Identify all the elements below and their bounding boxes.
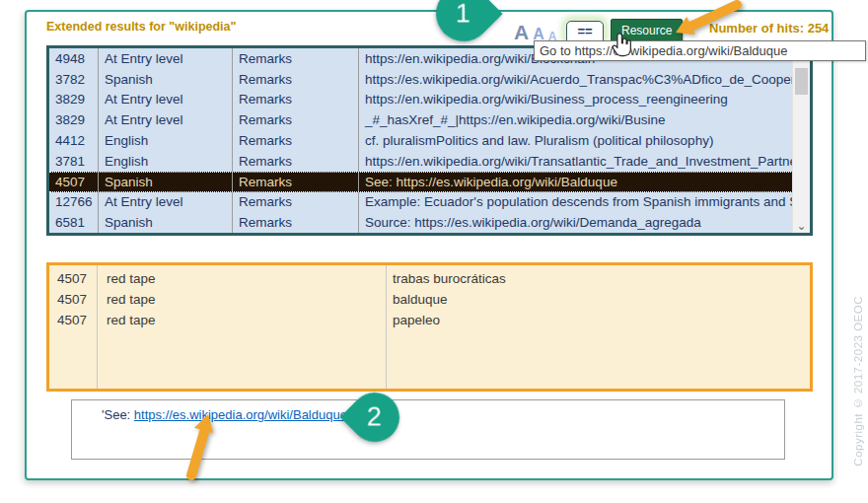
- term-rows: 4507red tapetrabas burocráticas4507red t…: [49, 268, 810, 330]
- results-rows: 4948At Entry levelRemarkshttps://en.wiki…: [49, 48, 793, 233]
- term-cell-id: 4507: [49, 271, 97, 286]
- term-cell-tgt: balduque: [386, 292, 810, 307]
- term-cell-id: 4507: [49, 313, 97, 327]
- table-row[interactable]: 12766At Entry levelRemarksExample: Ecuad…: [49, 192, 793, 213]
- cell-val: https://es.wikipedia.org/wiki/Acuerdo_Tr…: [359, 69, 793, 90]
- cell-id: 4412: [49, 130, 99, 151]
- cell-id: 3829: [49, 90, 99, 110]
- term-cell-src: red tape: [97, 271, 386, 286]
- cell-lang: At Entry level: [99, 48, 233, 69]
- cell-lang: Spanish: [99, 173, 233, 191]
- scrollbar-thumb[interactable]: [795, 68, 808, 95]
- scrollbar-down-arrow-icon[interactable]: ⌄: [793, 220, 810, 232]
- font-size-controls: A A A: [514, 22, 556, 42]
- table-row-selected[interactable]: 4507SpanishRemarksSee: https://es.wikipe…: [49, 172, 793, 192]
- cell-field: Remarks: [233, 212, 359, 233]
- cell-field: Remarks: [233, 90, 359, 110]
- cell-id: 3782: [49, 69, 99, 90]
- page: { "panel": { "header": "Extended results…: [0, 0, 868, 503]
- callout-arrow-to-resource: [656, 0, 750, 41]
- resource-tooltip: Go to https://es.wikipedia.org/wiki/Bald…: [534, 40, 866, 61]
- cell-id: 6581: [49, 212, 99, 233]
- cell-val: See: https://es.wikipedia.org/wiki/Baldu…: [359, 173, 793, 191]
- cell-val: Example: Ecuador's population descends f…: [359, 192, 793, 213]
- table-row[interactable]: 3782SpanishRemarkshttps://es.wikipedia.o…: [49, 69, 793, 90]
- remark-prefix: 'See:: [102, 407, 134, 422]
- cell-id: 3781: [49, 151, 99, 172]
- cell-field: Remarks: [233, 192, 359, 213]
- table-row[interactable]: 4412EnglishRemarkscf. pluralismPolitics …: [49, 130, 793, 151]
- cell-field: Remarks: [233, 109, 359, 130]
- term-row[interactable]: 4507red tapebalduque: [49, 289, 810, 310]
- cell-val: https://en.wikipedia.org/wiki/Business_p…: [359, 90, 793, 110]
- cell-field: Remarks: [233, 69, 359, 90]
- cell-val: https://en.wikipedia.org/wiki/Transatlan…: [359, 151, 793, 172]
- term-cell-src: red tape: [97, 313, 386, 327]
- results-table: 4948At Entry levelRemarkshttps://en.wiki…: [46, 45, 813, 236]
- main-panel: Extended results for "wikipedia" 1 A A A…: [25, 10, 833, 480]
- cell-id: 4948: [49, 48, 99, 69]
- cell-field: Remarks: [233, 173, 359, 191]
- term-cell-tgt: papeleo: [386, 313, 810, 327]
- term-results-panel: 4507red tapetrabas burocráticas4507red t…: [46, 262, 813, 392]
- term-row[interactable]: 4507red tapetrabas burocráticas: [49, 268, 810, 289]
- copyright-text: Copyright © 2017-2023 OEOC: [852, 296, 864, 467]
- page-title: Extended results for "wikipedia": [46, 20, 236, 34]
- table-scrollbar[interactable]: ⌄: [792, 48, 810, 233]
- cell-lang: At Entry level: [99, 192, 233, 213]
- cell-val: cf. pluralismPolitics and law. Pluralism…: [359, 130, 793, 151]
- cell-lang: Spanish: [99, 212, 233, 233]
- balduque-link[interactable]: https://es.wikipedia.org/wiki/Balduque': [134, 407, 350, 422]
- table-row[interactable]: 3829At Entry levelRemarks_#_hasXref_#_|h…: [49, 109, 793, 130]
- cell-field: Remarks: [233, 130, 359, 151]
- cell-lang: Spanish: [99, 69, 233, 90]
- cell-id: 3829: [49, 109, 99, 130]
- cell-lang: English: [99, 130, 233, 151]
- cell-val: _#_hasXref_#_|https://en.wikipedia.org/w…: [359, 109, 793, 130]
- table-row[interactable]: 3829At Entry levelRemarkshttps://en.wiki…: [49, 90, 793, 110]
- callout-badge-2-label: 2: [367, 402, 382, 433]
- term-cell-tgt: trabas burocráticas: [386, 271, 810, 286]
- term-cell-src: red tape: [97, 292, 386, 307]
- hand-cursor-icon: [609, 32, 633, 64]
- callout-badge-1-label: 1: [456, 0, 470, 30]
- table-row[interactable]: 6581SpanishRemarksSource: https://es.wik…: [49, 212, 793, 233]
- cell-lang: At Entry level: [99, 109, 233, 130]
- font-size-large-button[interactable]: A: [514, 22, 529, 42]
- term-row[interactable]: 4507red tapepapeleo: [49, 310, 810, 330]
- table-row[interactable]: 3781EnglishRemarkshttps://en.wikipedia.o…: [49, 151, 793, 172]
- term-cell-id: 4507: [49, 292, 97, 307]
- cell-val: Source: https://es.wikipedia.org/wiki/De…: [359, 212, 793, 233]
- callout-arrow-to-link: [178, 404, 222, 481]
- cell-field: Remarks: [233, 48, 359, 69]
- cell-id: 4507: [49, 173, 99, 191]
- cell-field: Remarks: [233, 151, 359, 172]
- cell-id: 12766: [49, 192, 99, 213]
- cell-lang: At Entry level: [99, 90, 233, 110]
- cell-lang: English: [99, 151, 233, 172]
